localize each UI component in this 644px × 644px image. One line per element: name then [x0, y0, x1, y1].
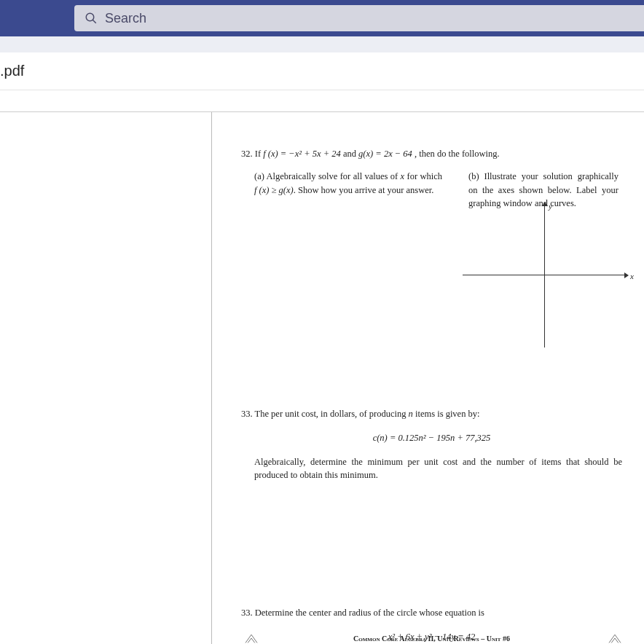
svg-point-0 [86, 13, 94, 21]
page-footer: Common Core Algebra II, Unit Reviews – U… [241, 635, 622, 643]
problem-33b-head: 33. Determine the center and radius of t… [241, 606, 622, 620]
problem-33a: 33. The per unit cost, in dollars, of pr… [241, 407, 622, 482]
ornament-icon [608, 632, 622, 644]
text: 33. The per unit cost, in dollars, of pr… [241, 409, 409, 419]
search-icon [85, 12, 98, 25]
text: 32. If [241, 149, 263, 159]
ornament-icon [244, 632, 259, 644]
text: for which [404, 171, 442, 181]
problem-32-head: 32. If f (x) = −x² + 5x + 24 and g(x) = … [241, 147, 622, 161]
problem-32b: (b) Illustrate your solution graphically… [468, 170, 619, 211]
problem-33a-formula: c(n) = 0.125n² − 195n + 77,325 [241, 431, 622, 445]
viewer: 32. If f (x) = −x² + 5x + 24 and g(x) = … [0, 112, 644, 644]
toolbar-strip [0, 90, 644, 112]
problem-32a: (a) Algebraically solve for all values o… [254, 170, 442, 211]
y-axis [544, 203, 545, 347]
title-strip [0, 36, 644, 52]
filename-row: .pdf [0, 52, 644, 90]
math: g(x) = 2x − 64 [358, 149, 412, 159]
x-label: x [630, 270, 634, 283]
math: f (x) = −x² + 5x + 24 [263, 149, 341, 159]
y-label: y [549, 200, 552, 213]
problem-32: 32. If f (x) = −x² + 5x + 24 and g(x) = … [241, 147, 622, 211]
footer-text: Common Core Algebra II, Unit Reviews – U… [353, 635, 510, 643]
filename-label: .pdf [0, 63, 24, 79]
problem-33a-body: Algebraically, determine the minimum per… [241, 455, 622, 483]
text: , then do the following. [412, 149, 500, 159]
problem-33a-head: 33. The per unit cost, in dollars, of pr… [241, 407, 622, 421]
arrow-right-icon [624, 272, 629, 278]
arrow-up-icon [542, 202, 548, 206]
top-bar [0, 0, 644, 36]
text: (a) Algebraically solve for all values o… [254, 171, 401, 181]
text: . Show how you arrive at your answer. [294, 185, 434, 195]
svg-line-1 [93, 20, 96, 23]
math: f (x) ≥ g(x) [254, 185, 294, 195]
coordinate-axes: x y [463, 203, 629, 349]
search-container[interactable] [74, 5, 644, 31]
text: and [341, 149, 358, 159]
sidebar [0, 112, 212, 644]
text: items is given by: [413, 409, 480, 419]
document-page: 32. If f (x) = −x² + 5x + 24 and g(x) = … [212, 112, 644, 644]
search-input[interactable] [105, 11, 644, 26]
topbar-left-spacer [0, 0, 74, 36]
